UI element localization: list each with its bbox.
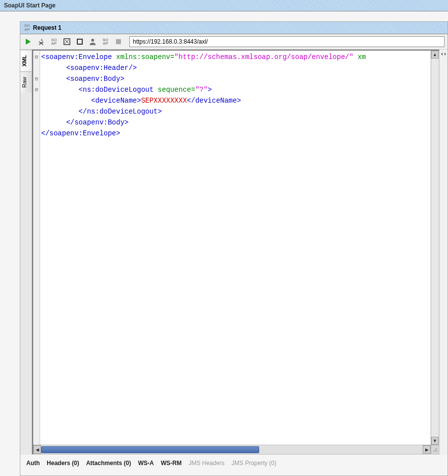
- fold-icon[interactable]: ⊟: [33, 84, 40, 95]
- tab-jms-property: JMS Property (0): [231, 460, 277, 467]
- format-side-tabs: XML Raw: [20, 50, 32, 455]
- horizontal-scrollbar[interactable]: ◀ ▶: [33, 445, 431, 454]
- svg-rect-4: [116, 39, 121, 44]
- tab-auth[interactable]: Auth: [26, 460, 40, 467]
- vertical-scrollbar[interactable]: ▲ ▼: [431, 51, 439, 445]
- bottom-tab-bar: Auth Headers (0) Attachments (0) WS-A WS…: [20, 455, 448, 476]
- svg-point-3: [91, 39, 94, 42]
- fold-gutter[interactable]: ⊟ ⊟ ⊟: [33, 51, 40, 445]
- scroll-track[interactable]: [41, 446, 423, 453]
- xml-tab[interactable]: XML: [20, 50, 32, 71]
- top-title-bar: SoapUI Start Page: [0, 0, 448, 11]
- auth-user-button[interactable]: [88, 37, 98, 47]
- raw-tab[interactable]: Raw: [20, 71, 32, 93]
- scroll-thumb[interactable]: [41, 446, 259, 453]
- soap-icon: SOAP: [24, 24, 30, 32]
- fold-icon[interactable]: ⊟: [33, 52, 40, 62]
- tab-wsrm[interactable]: WS-RM: [161, 460, 181, 467]
- expand-icon[interactable]: [441, 51, 447, 57]
- svg-rect-2: [77, 39, 82, 44]
- stop-button[interactable]: [113, 37, 123, 47]
- scroll-down-icon[interactable]: ▼: [431, 437, 439, 445]
- request-tab-label: Request 1: [33, 24, 61, 31]
- request-panel: SOAP Request 1 SOAP SOAP: [20, 21, 448, 476]
- fold-icon[interactable]: ⊟: [33, 73, 40, 84]
- resize-corner[interactable]: [431, 445, 439, 454]
- tab-attachments[interactable]: Attachments (0): [86, 460, 131, 467]
- outline-button[interactable]: [75, 37, 85, 47]
- scroll-right-icon[interactable]: ▶: [423, 445, 431, 454]
- xml-editor[interactable]: ⊟ ⊟ ⊟ <soapenv:Envelope xmlns:soapenv="h…: [32, 50, 440, 455]
- run-button[interactable]: [23, 37, 33, 47]
- request-tab-header[interactable]: SOAP Request 1: [20, 22, 448, 34]
- soap-tool-button-1[interactable]: SOAP: [49, 37, 59, 47]
- tab-jms-headers: JMS Headers: [188, 460, 224, 467]
- fold-spacer: [33, 62, 40, 73]
- tab-headers[interactable]: Headers (0): [47, 460, 79, 467]
- soap-tool-button-2[interactable]: SOAP: [101, 37, 111, 47]
- tab-wsa[interactable]: WS-A: [138, 460, 154, 467]
- scroll-left-icon[interactable]: ◀: [33, 445, 41, 454]
- create-empty-button[interactable]: [62, 37, 72, 47]
- svg-marker-0: [26, 39, 31, 45]
- toolbar: SOAP SOAP: [20, 34, 448, 50]
- add-to-testcase-button[interactable]: [36, 37, 46, 47]
- scroll-up-icon[interactable]: ▲: [431, 51, 439, 59]
- right-gutter: [440, 50, 448, 455]
- code-area[interactable]: <soapenv:Envelope xmlns:soapenv="http://…: [40, 51, 431, 445]
- endpoint-url-input[interactable]: [129, 36, 445, 47]
